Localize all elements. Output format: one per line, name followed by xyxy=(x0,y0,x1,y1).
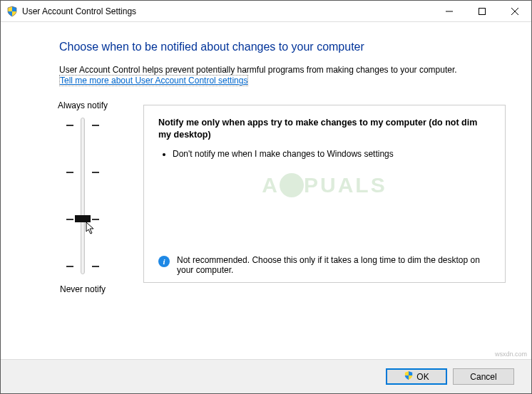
slider-tick xyxy=(92,266,99,267)
slider-tick xyxy=(92,219,99,220)
info-icon: i xyxy=(158,256,170,267)
help-link[interactable]: Tell me more about User Account Control … xyxy=(59,75,248,86)
window-title: User Account Control Settings xyxy=(22,6,433,16)
level-bullets: Don't notify me when I make changes to W… xyxy=(158,148,491,163)
level-note: Not recommended. Choose this only if it … xyxy=(177,255,491,275)
slider-top-label: Always notify xyxy=(58,100,108,110)
slider-tick xyxy=(66,125,73,126)
attribution: wsxdn.com xyxy=(495,351,527,358)
level-bullet-item: Don't notify me when I make changes to W… xyxy=(173,148,491,160)
slider-column: Always notify Never notify xyxy=(22,93,143,299)
slider-tick xyxy=(66,266,73,267)
cursor-icon xyxy=(86,222,96,237)
page-description: User Account Control helps prevent poten… xyxy=(59,65,510,75)
notification-level-slider[interactable] xyxy=(58,118,108,274)
minimize-button[interactable] xyxy=(433,1,466,22)
level-title: Notify me only when apps try to make cha… xyxy=(158,117,491,141)
maximize-button[interactable] xyxy=(466,1,498,22)
ok-button-label: OK xyxy=(416,372,429,382)
level-description-panel: Notify me only when apps try to make cha… xyxy=(143,105,506,283)
ok-button[interactable]: OK xyxy=(386,368,447,385)
main-row: Always notify Never notify xyxy=(22,93,510,299)
slider-tick xyxy=(92,125,99,126)
slider-tick xyxy=(92,172,99,173)
button-bar: OK Cancel xyxy=(1,359,531,393)
content-area: Choose when to be notified about changes… xyxy=(1,22,531,359)
level-note-row: i Not recommended. Choose this only if i… xyxy=(158,247,491,275)
watermark-text: APUALS xyxy=(144,173,505,197)
slider-track xyxy=(81,118,85,274)
slider-bottom-label: Never notify xyxy=(60,284,106,294)
uac-shield-icon xyxy=(6,6,18,17)
page-heading: Choose when to be notified about changes… xyxy=(59,41,510,53)
titlebar: User Account Control Settings xyxy=(1,1,531,22)
uac-shield-icon xyxy=(404,370,414,383)
svg-rect-1 xyxy=(479,8,486,14)
close-button[interactable] xyxy=(498,1,531,22)
slider-tick xyxy=(66,172,73,173)
cancel-button[interactable]: Cancel xyxy=(453,368,514,385)
cancel-button-label: Cancel xyxy=(470,372,496,382)
slider-tick xyxy=(66,219,73,220)
